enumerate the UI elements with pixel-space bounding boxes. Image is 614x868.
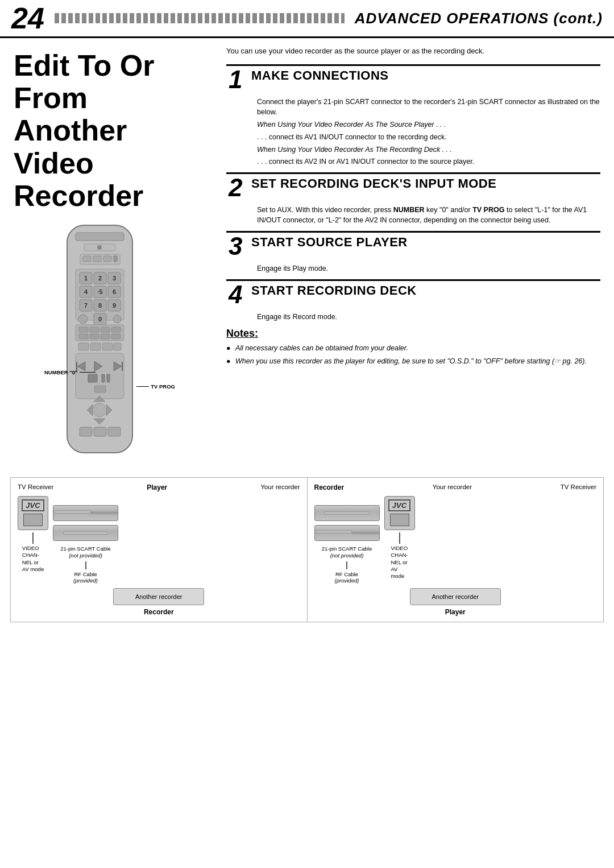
svg-rect-62 (108, 427, 121, 436)
svg-text:3: 3 (113, 275, 116, 282)
cable-label-rf-right: RF Cable (provided) (335, 571, 359, 584)
step-4-text: Engage its Record mode. (257, 312, 600, 322)
intro-text: You can use your video recorder as the s… (226, 46, 600, 56)
step-4-body: Engage its Record mode. (257, 312, 600, 322)
svg-text:7: 7 (84, 302, 88, 309)
svg-rect-7 (103, 256, 111, 262)
svg-rect-33 (79, 327, 88, 332)
svg-rect-35 (101, 327, 110, 332)
step-1-subnote1-detail: . . . connect its AV1 IN/OUT connector t… (257, 132, 600, 142)
number-zero-label: NUMBER "0" (44, 369, 78, 375)
svg-text:8: 8 (98, 302, 102, 309)
left-column: Edit To Or From Another Video Recorder N… (0, 38, 216, 469)
jvc-logo-right: JVC (388, 499, 410, 511)
step-2-text: Set to AUX. With this video recorder, pr… (257, 205, 600, 225)
svg-rect-43 (102, 343, 113, 350)
svg-rect-6 (93, 256, 101, 262)
svg-rect-40 (111, 334, 121, 339)
step-4-header: 4 Start Recording Deck (226, 279, 600, 308)
step-3-section: 3 Start Source Player Engage its Play mo… (226, 231, 600, 274)
step-3-text: Engage its Play mode. (257, 263, 600, 274)
step-1-subnote2-label: When Using Your Video Recorder As The Re… (257, 144, 600, 155)
jvc-logo-left: JVC (22, 499, 44, 511)
page-number: 24 (11, 3, 44, 33)
diagram-right-bottom-label: Player (314, 608, 597, 616)
page-main-title: Edit To Or From Another Video Recorder (14, 49, 206, 212)
diagram-left-bottom-label: Recorder (18, 608, 300, 616)
step-3-body: Engage its Play mode. (257, 263, 600, 274)
svg-rect-5 (83, 256, 91, 262)
svg-point-59 (93, 403, 106, 417)
step-3-number: 3 (226, 233, 251, 260)
step-1-title: Make Connections (251, 66, 388, 93)
main-content: Edit To Or From Another Video Recorder N… (0, 38, 614, 469)
tv-unit-left: JVC (18, 496, 48, 530)
another-recorder-left: Another recorder (113, 588, 204, 605)
diagram-right: Recorder Your recorder TV Receiver 21-pi… (307, 478, 604, 622)
svg-rect-54 (94, 386, 106, 392)
diag-right-label2: Your recorder (433, 483, 472, 491)
svg-rect-52 (102, 374, 105, 382)
another-recorder-right-label: Another recorder (432, 593, 479, 600)
note-item-2: When you use this recorder as the player… (226, 356, 600, 366)
svg-rect-37 (79, 334, 88, 339)
svg-rect-60 (80, 427, 92, 436)
svg-rect-51 (88, 374, 97, 382)
diag-right-label1: Recorder (314, 483, 345, 491)
step-1-header: 1 Make Connections (226, 64, 600, 93)
notes-list: All necessary cables can be obtained fro… (226, 343, 600, 366)
diag-left-label2: Player (147, 483, 167, 491)
video-chan-label-right: VIDEOCHAN-NEL orAVmode (391, 545, 408, 580)
step-4-title: Start Recording Deck (251, 281, 417, 308)
diag-left-label3: Your recorder (260, 483, 300, 491)
diagram-left: TV Receiver Player Your recorder JVC VID… (11, 478, 307, 622)
cable-label-rf-left: RF Cable (provided) (73, 571, 98, 584)
svg-rect-53 (107, 374, 110, 382)
vcr-player (53, 505, 118, 521)
svg-point-3 (97, 245, 102, 250)
step-1-subnote1-label: When Using Your Video Recorder As The So… (257, 119, 600, 130)
another-recorder-right: Another recorder (410, 588, 501, 605)
diagram-left-labels: TV Receiver Player Your recorder (18, 483, 300, 491)
right-column: You can use your video recorder as the s… (216, 38, 614, 469)
tv-unit-right: JVC (384, 496, 415, 530)
header-title: ADVANCED OPERATIONS (cont.) (355, 10, 603, 27)
step-2-section: 2 Set Recording Deck's Input Mode Set to… (226, 172, 600, 225)
remote-svg: 1 2 3 4 ·5 6 7 8 (44, 222, 155, 461)
svg-rect-42 (90, 343, 101, 350)
note-item-1: All necessary cables can be obtained fro… (226, 343, 600, 353)
diagram-section: TV Receiver Player Your recorder JVC VID… (10, 477, 604, 622)
another-recorder-left-label: Another recorder (135, 593, 182, 600)
cable-label-scart-left: 21-pin SCART Cable (not provided) (60, 545, 110, 560)
diag-left-label1: TV Receiver (18, 483, 53, 491)
svg-rect-8 (114, 256, 117, 262)
notes-section: Notes: All necessary cables can be obtai… (226, 328, 600, 366)
svg-rect-34 (90, 327, 99, 332)
step-1-section: 1 Make Connections Connect the player's … (226, 64, 600, 167)
step-4-section: 4 Start Recording Deck Engage its Record… (226, 279, 600, 322)
notes-title: Notes: (226, 328, 600, 340)
step-3-header: 3 Start Source Player (226, 231, 600, 260)
vcr-your-recorder-left (53, 525, 118, 541)
cable-label-scart-right: 21-pin SCART Cable (not provided) (322, 545, 372, 560)
video-chan-label-left: VIDEOCHAN-NEL orAV mode (22, 545, 44, 573)
svg-rect-39 (101, 334, 110, 339)
step-2-body: Set to AUX. With this video recorder, pr… (257, 205, 600, 225)
diagram-right-labels: Recorder Your recorder TV Receiver (314, 483, 597, 491)
step-1-body: Connect the player's 21-pin SCART connec… (257, 97, 600, 167)
svg-rect-36 (111, 327, 121, 332)
step-2-title: Set Recording Deck's Input Mode (251, 174, 496, 201)
step-3-title: Start Source Player (251, 233, 408, 260)
svg-rect-41 (78, 343, 89, 350)
svg-text:1: 1 (84, 275, 88, 282)
tv-prog-label: TV PROG (151, 383, 175, 390)
step-1-number: 1 (226, 66, 251, 93)
svg-text:·5: ·5 (97, 288, 102, 295)
step-2-header: 2 Set Recording Deck's Input Mode (226, 172, 600, 201)
tv-screen-right (390, 514, 409, 526)
svg-text:4: 4 (84, 288, 88, 295)
tv-screen-left (23, 514, 43, 526)
svg-rect-1 (76, 233, 124, 241)
vcr-recorder (314, 505, 380, 521)
step-2-number: 2 (226, 174, 251, 201)
